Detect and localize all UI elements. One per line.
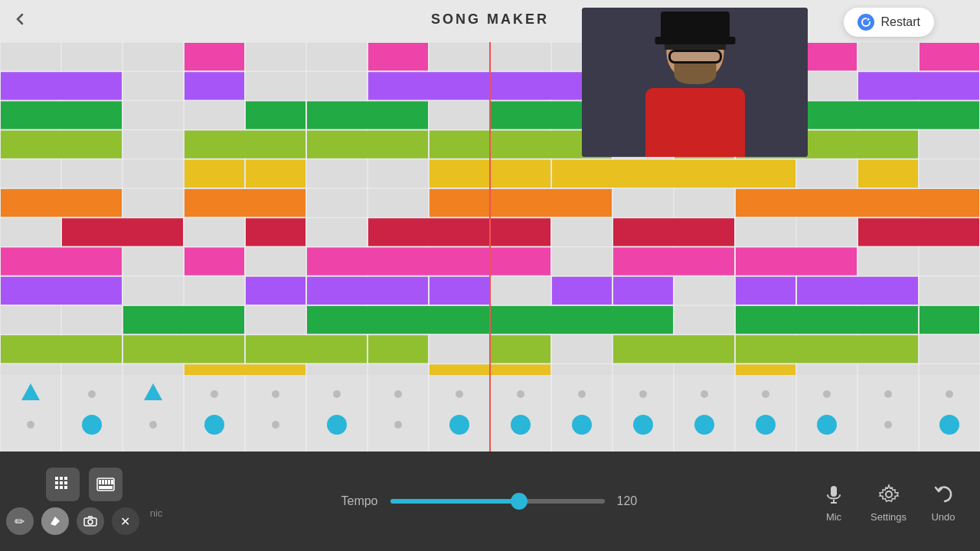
svg-rect-12: [105, 480, 107, 484]
percussion-row[interactable]: [0, 375, 980, 452]
toolbar-tool-buttons: ✏ ✕ nic: [6, 507, 163, 535]
camera-tool-button[interactable]: [77, 507, 104, 535]
percussion-canvas: [0, 375, 980, 452]
toolbar-right-actions: Mic Settings Undo: [820, 481, 980, 523]
tempo-label: Tempo: [341, 494, 377, 508]
svg-point-21: [886, 491, 892, 497]
undo-label: Undo: [931, 511, 955, 523]
tempo-slider-thumb[interactable]: [511, 493, 528, 510]
restart-icon: [858, 14, 874, 31]
undo-action[interactable]: Undo: [929, 481, 957, 523]
back-button[interactable]: [8, 7, 32, 31]
svg-rect-15: [99, 486, 113, 489]
restart-label: Restart: [880, 15, 920, 29]
tempo-slider[interactable]: [390, 499, 605, 504]
svg-rect-5: [64, 481, 67, 484]
svg-rect-6: [55, 486, 58, 489]
svg-rect-3: [55, 481, 58, 484]
close-tool-button[interactable]: ✕: [112, 507, 139, 535]
toolbar-left: ✏ ✕ nic: [0, 460, 168, 543]
tempo-section: Tempo 120: [168, 494, 820, 508]
settings-action[interactable]: Settings: [871, 481, 906, 523]
eraser-tool-button[interactable]: [41, 507, 69, 535]
mic-action[interactable]: Mic: [820, 481, 848, 523]
tool-sub-label: nic: [150, 507, 163, 535]
restart-button[interactable]: Restart: [844, 8, 934, 37]
mic-label: Mic: [826, 511, 841, 523]
svg-rect-10: [99, 480, 101, 484]
page-title: SONG MAKER: [431, 11, 549, 28]
mic-icon: [820, 481, 848, 508]
grid-mode-button[interactable]: [46, 468, 80, 501]
svg-rect-14: [111, 480, 113, 484]
pencil-tool-button[interactable]: ✏: [6, 507, 34, 535]
tempo-value: 120: [617, 494, 648, 508]
svg-rect-18: [831, 486, 837, 497]
svg-rect-13: [108, 480, 110, 484]
svg-rect-2: [64, 477, 67, 480]
undo-icon: [929, 481, 957, 508]
tempo-slider-fill: [390, 499, 519, 504]
toolbar: ✏ ✕ nic Tempo 120: [0, 452, 980, 551]
svg-rect-1: [60, 477, 63, 480]
keyboard-mode-button[interactable]: [89, 468, 122, 501]
svg-rect-8: [64, 486, 67, 489]
svg-rect-0: [55, 477, 58, 480]
svg-rect-7: [60, 486, 63, 489]
header: SONG MAKER Restart: [0, 0, 980, 38]
svg-point-17: [88, 520, 93, 524]
svg-rect-11: [102, 480, 104, 484]
settings-label: Settings: [871, 511, 906, 523]
toolbar-mode-icons: [46, 468, 122, 501]
settings-icon: [875, 481, 903, 508]
svg-rect-4: [60, 481, 63, 484]
